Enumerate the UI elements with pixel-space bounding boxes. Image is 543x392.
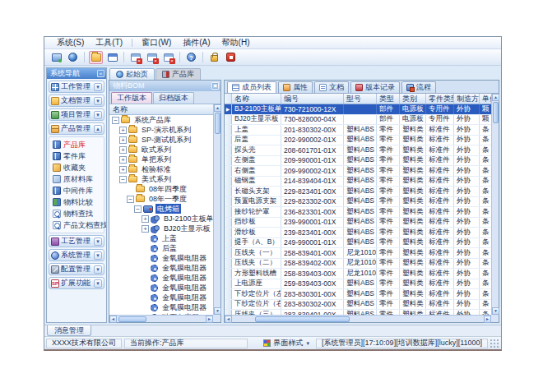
column-header-零件类型[interactable]: 零件类型: [426, 94, 454, 104]
sidebar-section-扩展功能[interactable]: SP扩展功能▼: [49, 277, 104, 289]
tree-node[interactable]: +欧式系列: [109, 145, 213, 154]
menu-item[interactable]: 工具(T): [90, 36, 128, 49]
scroll-left-icon[interactable]: ◄: [225, 316, 232, 323]
collapse-icon[interactable]: −: [134, 205, 142, 213]
scroll-right-icon[interactable]: ►: [206, 316, 213, 323]
sidebar-item-收藏夹[interactable]: 收藏夹: [53, 163, 104, 173]
sidebar-section-配置管理[interactable]: 配置管理▼: [49, 263, 104, 275]
sidebar-collapse-icon[interactable]: «: [97, 70, 104, 77]
scroll-up-icon[interactable]: ▲: [214, 104, 221, 112]
screen-button[interactable]: [49, 51, 63, 64]
tree-node[interactable]: 金氧膜电阻器: [109, 263, 213, 273]
expand-icon[interactable]: +: [119, 166, 127, 173]
member-tab-版本记录[interactable]: 版本记录: [350, 81, 400, 93]
table-row[interactable]: 左侧盖209-990001-01X塑料ABS零件塑料类标准件外协条: [225, 156, 491, 167]
menu-item[interactable]: 系统(S): [51, 36, 90, 49]
globe-button[interactable]: [66, 51, 80, 64]
tree-node[interactable]: +BJ-2100主板单点: [109, 214, 213, 224]
scroll-left-icon[interactable]: ◄: [109, 316, 117, 323]
message-manager-tab[interactable]: 消息管理: [47, 325, 91, 336]
sidebar-item-零件库[interactable]: 零件库: [53, 151, 104, 161]
table-row[interactable]: 压线夹（二）258-839402-00X尼龙1010零件塑料类标准件外协条: [225, 259, 491, 270]
grid-horizontal-scrollbar[interactable]: ◄ ►: [225, 315, 491, 322]
tree-node[interactable]: +SP-演示机系列: [109, 125, 213, 135]
tree-node[interactable]: 金氧膜电阻器: [109, 293, 213, 302]
tree-node[interactable]: +检验标准: [109, 164, 213, 174]
sidebar-item-物料查找[interactable]: 物料查找: [53, 209, 104, 219]
sidebar-item-物料比较[interactable]: 物料比较: [53, 197, 104, 207]
table-row[interactable]: 长磁头支架229-823401-00X塑料ABS零件塑料类标准件外协条: [225, 187, 491, 197]
grid-vertical-scrollbar[interactable]: ▲ ▼: [491, 94, 499, 315]
exit-button[interactable]: [224, 51, 238, 64]
sidebar-section-产品管理[interactable]: 产品管理▲: [49, 122, 104, 135]
collapse-icon[interactable]: −: [112, 117, 119, 124]
table-row[interactable]: 方形塑料线槽258-839403-00X尼龙1010零件塑料类标准件外协条: [225, 269, 491, 279]
help-button[interactable]: ?: [184, 51, 198, 64]
chevron-down-icon[interactable]: ▼: [94, 265, 102, 274]
tree-vscroll-thumb[interactable]: [215, 113, 220, 134]
resize-grip[interactable]: [490, 339, 499, 348]
tree-node[interactable]: 08年四季度: [109, 184, 213, 194]
tree-vertical-scrollbar[interactable]: ▲ ▼: [213, 104, 220, 315]
tree-node[interactable]: +单把系列: [109, 154, 213, 164]
column-header-名称[interactable]: 名称: [232, 94, 281, 104]
sidebar-item-中间件库[interactable]: 中间件库: [53, 186, 104, 196]
sidebar-section-项目管理[interactable]: 项目管理▼: [49, 108, 104, 121]
version-tab-工作版本[interactable]: 工作版本: [111, 92, 152, 104]
member-tab-成员列表[interactable]: 成员列表: [227, 81, 276, 93]
menu-item[interactable]: 窗口(W): [136, 36, 177, 49]
expand-icon[interactable]: +: [142, 225, 149, 233]
doc-tab-产品库[interactable]: 产品库: [155, 68, 201, 80]
table-row[interactable]: 探头壳208-601701-01X塑料ABS零件塑料类标准件外协条: [225, 145, 491, 156]
chevron-up-icon[interactable]: ▲: [94, 125, 102, 133]
table-row[interactable]: 上电源座259-839403-00X塑料ABS零件塑料类标准件外协条: [225, 279, 491, 290]
table-row[interactable]: 下纱定位片（左）283-830301-00X塑料ABS零件塑料类标准件外协条: [225, 289, 491, 300]
chevron-down-icon[interactable]: ▼: [94, 83, 102, 91]
tree-horizontal-scrollbar[interactable]: ◄ ►: [109, 315, 213, 322]
tree-node[interactable]: −美式系列: [109, 174, 213, 184]
table-row[interactable]: 预置电源支架229-823302-00X塑料ABS零件塑料类标准件外协条: [225, 197, 491, 208]
member-tab-文档[interactable]: 文档: [314, 81, 349, 93]
scroll-up-icon[interactable]: ▲: [492, 94, 499, 101]
column-header-型号[interactable]: 型号: [344, 94, 377, 104]
scroll-right-icon[interactable]: ►: [484, 316, 491, 323]
tree-column-header[interactable]: 名称: [109, 104, 213, 115]
collapse-icon[interactable]: −: [119, 176, 127, 183]
chevron-down-icon[interactable]: ▼: [94, 279, 102, 288]
expand-icon[interactable]: +: [119, 156, 127, 164]
chevron-down-icon[interactable]: ▼: [94, 111, 102, 119]
tree-node[interactable]: 上盖: [109, 233, 213, 243]
table-row[interactable]: 接纱轮护罩236-823301-00X塑料ABS零件塑料类标准件外协条: [225, 207, 491, 218]
tree-node[interactable]: −08年一季度: [109, 194, 213, 204]
table-row[interactable]: 提手（A、B）249-990001-01X塑料ABS零件塑料类标准件外协条: [225, 238, 491, 249]
tree-node[interactable]: 金氧膜电阻器: [109, 302, 213, 312]
grid-hscroll-thumb[interactable]: [255, 316, 350, 322]
grid-vscroll-thumb[interactable]: [493, 102, 499, 123]
column-header-编号[interactable]: 编号: [281, 94, 344, 104]
lock-button[interactable]: [207, 51, 221, 64]
scroll-down-icon[interactable]: ▼: [214, 307, 221, 315]
chevron-down-icon[interactable]: ▼: [94, 238, 102, 246]
table-row[interactable]: ▶BJ-2100主板单点730-721000-12X部件电源板专用件外协颗: [225, 104, 491, 115]
chevron-down-icon[interactable]: ▼: [94, 251, 102, 260]
sidebar-section-工艺管理[interactable]: 工艺管理▼: [49, 235, 104, 247]
tree-node[interactable]: +BJ20主显示板: [109, 224, 213, 233]
member-tab-属性[interactable]: 属性: [278, 81, 313, 93]
column-header-类型[interactable]: 类型: [377, 94, 400, 104]
sidebar-section-工作管理[interactable]: 工作管理▼: [49, 81, 104, 93]
table-row[interactable]: 磁钢盖214-839404-01X塑料ABS零件塑料类标准件外协条: [225, 177, 491, 187]
table-row[interactable]: 挡纱板239-990001-01X塑料ABS零件塑料类标准件外协条: [225, 218, 491, 228]
table-row[interactable]: 滑纱板239-823401-00X塑料ABS零件塑料类标准件外协条: [225, 228, 491, 238]
expand-icon[interactable]: +: [119, 127, 127, 134]
expand-icon[interactable]: +: [142, 215, 149, 223]
table-row[interactable]: 下纱定位片（右）283-830302-00X塑料ABS零件塑料类标准件外协条: [225, 300, 491, 311]
column-header-单位[interactable]: 单位: [480, 94, 491, 104]
sidebar-item-产品库[interactable]: 产品库: [53, 140, 104, 150]
ui-style-button[interactable]: 界面样式 ▼: [260, 339, 313, 348]
tree-node[interactable]: −系统产品库: [109, 115, 213, 125]
table-row[interactable]: 压线夹（一）258-839401-00X尼龙1010零件塑料类标准件外协条: [225, 248, 491, 259]
sidebar-section-文档管理[interactable]: 文档管理▼: [49, 95, 104, 107]
tree-hscroll-thumb[interactable]: [118, 316, 146, 322]
close-window-button[interactable]: [128, 51, 142, 64]
collapse-icon[interactable]: −: [127, 196, 134, 203]
